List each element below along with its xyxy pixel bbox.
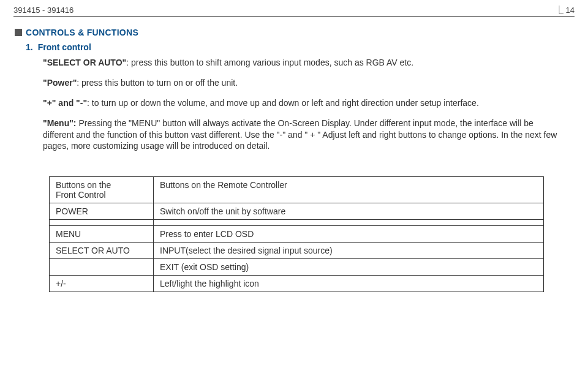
list-label: Front control xyxy=(38,42,91,52)
cell-select-left: SELECT OR AUTO xyxy=(50,243,154,259)
paragraph-menu: "Menu": Pressing the "MENU" button will … xyxy=(43,118,557,152)
table-row: MENU Press to enter LCD OSD xyxy=(50,226,544,243)
section-bullet-icon xyxy=(15,29,22,36)
text-menu: Pressing the "MENU" button will always a… xyxy=(43,118,557,151)
page-bracket-icon: ⎿ xyxy=(555,5,564,15)
label-plusminus: "+" and "-" xyxy=(43,98,87,108)
list-item-1: 1. Front control xyxy=(26,42,575,52)
cell-menu-left: MENU xyxy=(50,226,154,243)
page-number: 14 xyxy=(566,6,575,15)
cell-empty xyxy=(50,220,154,226)
paragraph-select-auto: "SELECT OR AUTO": press this button to s… xyxy=(43,57,557,69)
cell-text: Buttons on the xyxy=(56,180,111,190)
cell-exit-right: EXIT (exit OSD setting) xyxy=(154,259,544,276)
paragraph-plusminus: "+" and "-": to turn up or down the volu… xyxy=(43,97,557,109)
cell-plusminus-left: +/- xyxy=(50,276,154,292)
cell-power-right: Switch on/off the unit by software xyxy=(154,203,544,220)
header-page: ⎿ 14 xyxy=(555,5,575,15)
table-spacer-row xyxy=(50,220,544,226)
table-container: Buttons on the Front Control Buttons on … xyxy=(49,176,544,292)
cell-select-right: INPUT(select the desired signal input so… xyxy=(154,243,544,259)
cell-menu-right: Press to enter LCD OSD xyxy=(154,226,544,243)
header-doc-id: 391415 - 391416 xyxy=(13,6,74,15)
section-title: CONTROLS & FUNCTIONS xyxy=(26,28,138,37)
table-row: EXIT (exit OSD setting) xyxy=(50,259,544,276)
text-plusminus: : to turn up or down the volume, and mov… xyxy=(87,98,479,108)
table-row: Buttons on the Front Control Buttons on … xyxy=(50,177,544,203)
label-menu: "Menu": xyxy=(43,118,77,128)
cell-empty xyxy=(154,220,544,226)
table-row: +/- Left/light the highlight icon xyxy=(50,276,544,292)
table-row: POWER Switch on/off the unit by software xyxy=(50,203,544,220)
label-power: "Power" xyxy=(43,78,77,88)
cell-exit-left xyxy=(50,259,154,276)
cell-plusminus-right: Left/light the highlight icon xyxy=(154,276,544,292)
controls-table: Buttons on the Front Control Buttons on … xyxy=(49,176,544,292)
content-block: "SELECT OR AUTO": press this button to s… xyxy=(43,57,557,152)
label-select-auto: "SELECT OR AUTO" xyxy=(43,58,126,67)
text-power: : press this button to turn on or off th… xyxy=(77,78,238,88)
page-header: 391415 - 391416 ⎿ 14 xyxy=(13,5,575,17)
cell-remote-header: Buttons on the Remote Controller xyxy=(154,177,544,203)
text-select-auto: : press this button to shift among vario… xyxy=(126,58,413,67)
section-title-row: CONTROLS & FUNCTIONS xyxy=(15,28,575,37)
table-row: SELECT OR AUTO INPUT(select the desired … xyxy=(50,243,544,259)
cell-front-control-header: Buttons on the Front Control xyxy=(50,177,154,203)
cell-power-left: POWER xyxy=(50,203,154,220)
cell-text: Front Control xyxy=(56,190,106,200)
paragraph-power: "Power": press this button to turn on or… xyxy=(43,77,557,89)
list-number: 1. xyxy=(26,42,33,52)
